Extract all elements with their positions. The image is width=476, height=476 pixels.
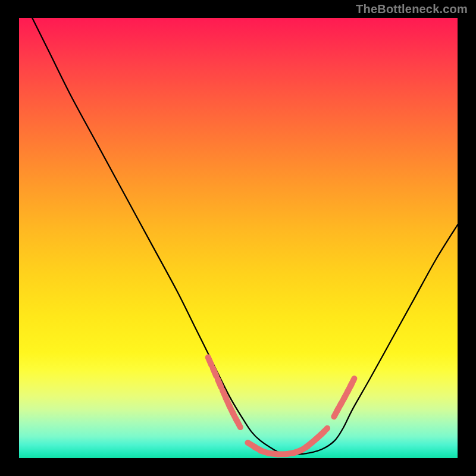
marker-segment: [213, 368, 217, 376]
marker-segment: [350, 378, 355, 386]
plot-area: [19, 18, 458, 458]
curve-svg: [19, 18, 458, 458]
marker-dots: [208, 358, 355, 455]
marker-segment: [218, 380, 221, 387]
bottleneck-curve: [32, 18, 458, 454]
marker-segment: [208, 358, 212, 365]
marker-segment: [236, 419, 240, 427]
chart-frame: TheBottleneck.com: [0, 0, 476, 476]
watermark-text: TheBottleneck.com: [356, 2, 468, 16]
